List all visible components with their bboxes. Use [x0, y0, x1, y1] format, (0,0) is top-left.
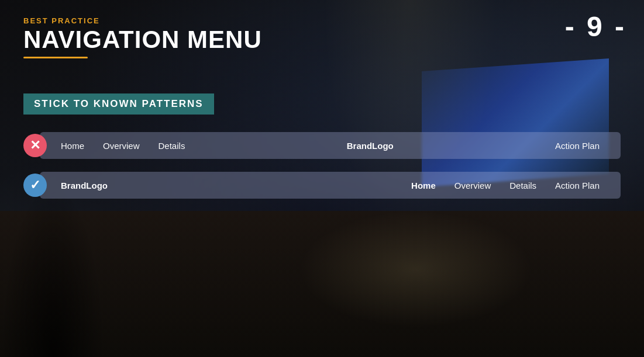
- correct-badge: ✓: [23, 174, 47, 197]
- wrong-example: ✕ Home Overview Details BrandLogo Action…: [23, 132, 621, 159]
- correct-nav-details[interactable]: Details: [500, 181, 546, 190]
- wrong-badge: ✕: [23, 134, 47, 157]
- correct-nav-bar: BrandLogo Home Overview Details Action P…: [40, 172, 621, 199]
- page-header: BEST PRACTICE NAVIGATION MENU: [23, 16, 621, 58]
- page-title: NAVIGATION MENU: [23, 27, 621, 52]
- correct-nav-brandlogo[interactable]: BrandLogo: [51, 181, 117, 190]
- wrong-nav-actionplan[interactable]: Action Plan: [546, 141, 609, 151]
- wrong-nav-overview[interactable]: Overview: [94, 141, 149, 151]
- correct-nav-overview[interactable]: Overview: [445, 181, 501, 190]
- wrong-nav-details[interactable]: Details: [149, 141, 195, 151]
- correct-nav-home[interactable]: Home: [402, 181, 445, 190]
- wrong-nav-bar: Home Overview Details BrandLogo Action P…: [40, 132, 621, 159]
- title-underline: [23, 57, 88, 58]
- wrong-nav-home[interactable]: Home: [51, 141, 94, 151]
- slide-number: - 9 -: [565, 11, 626, 43]
- correct-example: ✓ BrandLogo Home Overview Details Action…: [23, 172, 621, 199]
- correct-nav-actionplan[interactable]: Action Plan: [546, 181, 609, 190]
- section-header: STICK TO KNOWN PATTERNS: [23, 93, 214, 115]
- subtitle-label: BEST PRACTICE: [23, 16, 621, 25]
- main-section: STICK TO KNOWN PATTERNS ✕ Home Overview …: [23, 93, 621, 199]
- wrong-nav-brandlogo[interactable]: BrandLogo: [338, 141, 403, 151]
